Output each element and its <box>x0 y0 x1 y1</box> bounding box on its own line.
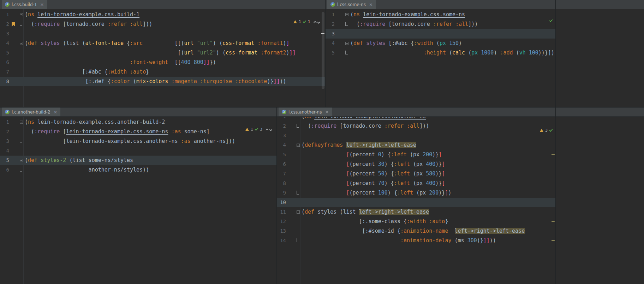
token: [tornado.core <box>385 21 433 27</box>
editor-area[interactable]: 1(ns lein-tornado-example.css.some-ns2 (… <box>326 9 555 107</box>
code-line[interactable]: 1(ns lein-tornado-example.css.some-ns <box>326 10 555 19</box>
code-line[interactable]: 2 (:require [tornado.core :refer :all])) <box>277 121 555 131</box>
code-line[interactable]: 4(def styles (list (at-font-face {:src [… <box>0 39 325 48</box>
tab-close-icon[interactable]: × <box>325 110 329 114</box>
code-line[interactable]: 6 [(percent 30) {:left (px 400)}] <box>277 160 555 169</box>
code-line[interactable]: 5(def styles-2 (list some-ns/styles <box>0 156 276 165</box>
warning-icon[interactable] <box>540 129 543 132</box>
tab-some-ns[interactable]: λ l.css.some-ns × <box>327 0 376 9</box>
token: at-font-face <box>85 40 124 46</box>
token <box>350 50 424 56</box>
editor-area[interactable]: 1(ns lein-tornado-example.css.build-12 (… <box>0 9 325 107</box>
tab-another-ns[interactable]: λ l.css.another-ns × <box>279 108 332 116</box>
token: )} <box>435 170 442 177</box>
inspections-widget[interactable]: 13 <box>245 127 272 132</box>
tab-close-icon[interactable]: × <box>54 110 58 114</box>
code-line[interactable]: 12 [:.some-class {:width :auto} <box>277 217 555 226</box>
error-stripe-mark[interactable] <box>551 221 555 222</box>
warning-icon[interactable] <box>293 20 297 23</box>
code-line[interactable]: 5 [(percent 0) {:left (px 200)}] <box>277 150 555 160</box>
token <box>448 228 454 234</box>
code-line[interactable]: 3 <box>277 131 555 140</box>
code-line[interactable]: 14 :animation-delay (ms 300)}]])) <box>277 236 555 245</box>
code-line[interactable]: 6 :font-weight [[400 800]]}) <box>0 58 325 67</box>
tab-another-build-2[interactable]: λ l.c.another-build-2 × <box>2 108 60 116</box>
line-number: 6 <box>277 160 286 169</box>
prev-problem-icon[interactable] <box>266 128 268 131</box>
fold-start-icon[interactable] <box>297 210 300 214</box>
fold-end-icon[interactable] <box>297 191 299 195</box>
code-line[interactable]: 8 [:.def {:color (mix-colors :magenta :t… <box>0 77 325 86</box>
code-line[interactable]: 4(defkeyframes left->right->left-ease <box>277 140 555 150</box>
code-line[interactable]: 2 (:require [lein-tornado-example.css.so… <box>0 127 276 137</box>
fold-end-icon[interactable] <box>20 22 22 26</box>
inspections-widget[interactable]: 11 <box>293 19 320 24</box>
bookmark-icon[interactable] <box>12 22 15 27</box>
code-line[interactable]: 13 [:#some-id {:animation-name left->rig… <box>277 226 555 236</box>
code-line[interactable]: 4(def styles [:#abc {:width (px 150) <box>326 39 555 48</box>
warning-icon[interactable] <box>245 128 249 131</box>
fold-end-icon[interactable] <box>345 51 348 54</box>
code-line[interactable]: 3 <box>326 29 555 39</box>
fold-start-icon[interactable] <box>345 13 348 16</box>
editor-area[interactable]: 1(ns lein-tornado-example.css.another-bu… <box>0 117 276 284</box>
token: ] <box>442 180 445 186</box>
fold-start-icon[interactable] <box>297 144 300 147</box>
code-line[interactable]: 5 [(url "url2") (css-format :format2)]] <box>0 48 325 58</box>
tab-close-icon[interactable]: × <box>40 2 44 7</box>
code-line[interactable]: 11(def styles (list left->right->left-ea… <box>277 207 555 217</box>
code-line[interactable]: 8 [(percent 70) {:left (px 400)}] <box>277 179 555 188</box>
token: def <box>305 209 314 215</box>
tab-build-1[interactable]: λ l.css.build-1 × <box>2 0 47 9</box>
inspections-widget[interactable]: 3 <box>540 128 553 133</box>
code-text: (def styles (list (at-font-face {:src [[… <box>25 39 290 48</box>
code-line[interactable]: 1(ns lein-tornado-example.css.another-bu… <box>0 117 276 127</box>
fold-start-icon[interactable] <box>20 13 23 16</box>
ok-icon[interactable] <box>255 127 258 131</box>
tab-close-icon[interactable]: × <box>369 2 373 7</box>
fold-end-icon[interactable] <box>20 79 22 83</box>
ok-icon[interactable] <box>303 19 306 23</box>
line-number: 2 <box>326 19 335 29</box>
inspections-widget[interactable] <box>549 19 553 22</box>
code-line[interactable]: 3 <box>0 29 325 39</box>
ok-icon[interactable] <box>549 128 553 132</box>
fold-end-icon[interactable] <box>297 238 299 242</box>
code-line[interactable]: 9 [(percent 100) {:left (px 200)}]) <box>277 188 555 198</box>
token: some-ns] <box>181 128 210 135</box>
code-line[interactable]: 1(ns lein-tornado-example.css.build-1 <box>0 10 325 19</box>
editor-area[interactable]: 1(ns lein-tornado-example.css.another-ns… <box>277 117 555 284</box>
code-text: [(url "url2") (css-format :format2)]] <box>25 48 296 58</box>
ok-icon[interactable] <box>549 19 553 22</box>
token: ) ( <box>216 50 226 56</box>
token <box>302 161 346 167</box>
code-line[interactable]: 1(ns lein-tornado-example.css.another-ns <box>277 117 555 121</box>
error-stripe-mark[interactable] <box>551 240 555 241</box>
fold-start-icon[interactable] <box>20 42 23 45</box>
scrollbar-thumb[interactable] <box>322 12 324 89</box>
code-line[interactable]: 5 :height (calc (px 1000) :add (vh 100))… <box>326 48 555 58</box>
code-line[interactable]: 7 [(percent 50) {:left (px 580)}] <box>277 169 555 179</box>
code-text: [(percent 50) {:left (px 580)}] <box>302 169 445 179</box>
error-stripe-mark[interactable] <box>551 154 555 155</box>
fold-end-icon[interactable] <box>20 139 22 143</box>
fold-end-icon[interactable] <box>345 22 348 26</box>
code-line[interactable]: 6 another-ns/styles)) <box>0 165 276 175</box>
code-line[interactable]: 2 (:require [tornado.core :refer :all])) <box>0 19 325 29</box>
code-line[interactable]: 7 [:#abc {:width :auto} <box>0 67 325 77</box>
token: :all <box>407 123 419 129</box>
code-line[interactable]: 3 [lein-tornado-example.css.another-ns :… <box>0 137 276 146</box>
prev-problem-icon[interactable] <box>314 21 316 24</box>
fold-start-icon[interactable] <box>20 121 23 124</box>
token: [( <box>25 50 184 56</box>
token: 0 <box>378 151 381 158</box>
fold-end-icon[interactable] <box>297 124 299 128</box>
fold-end-icon[interactable] <box>20 168 22 172</box>
code-line[interactable]: 10 <box>277 198 555 207</box>
fold-start-icon[interactable] <box>345 42 348 45</box>
editor-pane-another-ns: λ l.css.another-ns × 1(ns lein-tornado-e… <box>276 107 555 284</box>
fold-start-icon[interactable] <box>20 159 23 162</box>
clojure-file-icon: λ <box>282 110 286 114</box>
code-line[interactable]: 4 <box>0 146 276 156</box>
code-line[interactable]: 2 (:require [tornado.core :refer :all])) <box>326 19 555 29</box>
